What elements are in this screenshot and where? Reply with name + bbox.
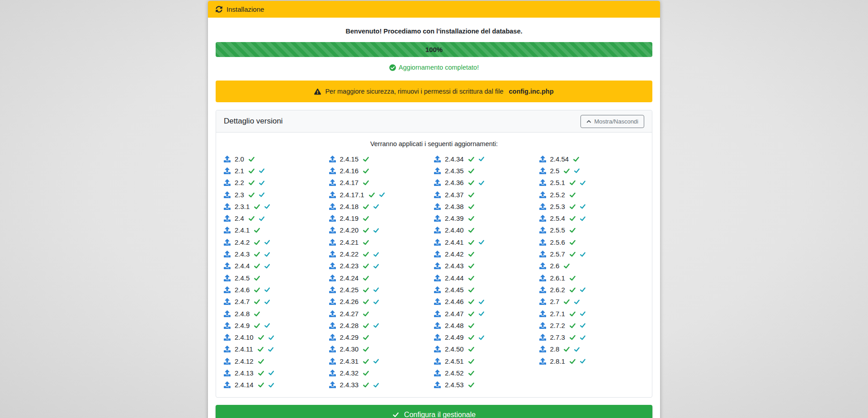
upload-icon	[224, 346, 231, 352]
upload-icon	[329, 239, 336, 246]
status-message: Aggiornamento completato!	[399, 64, 479, 71]
version-item: 2.4.46	[434, 296, 539, 308]
version-label: 2.4.11	[235, 345, 253, 353]
version-item: 2.4.11	[224, 343, 329, 355]
upload-icon	[539, 322, 546, 329]
check-icon	[268, 370, 274, 376]
upload-icon	[539, 239, 546, 246]
check-icon	[363, 298, 369, 305]
version-label: 2.4.36	[445, 179, 464, 186]
check-icon	[373, 263, 379, 269]
version-label: 2.4.9	[235, 322, 250, 329]
check-icon	[569, 239, 576, 246]
version-item: 2.4.2	[224, 236, 329, 248]
upload-icon	[329, 346, 336, 352]
upload-icon	[224, 286, 231, 293]
check-circle-icon	[389, 64, 396, 71]
warning-triangle-icon	[314, 88, 321, 95]
version-item: 2.7.1	[539, 308, 645, 319]
version-label: 2.4.31	[340, 357, 359, 365]
upload-icon	[224, 370, 231, 376]
version-item: 2.4.14	[224, 379, 329, 391]
upload-icon	[434, 251, 441, 257]
version-item: 2.7	[539, 296, 645, 308]
check-icon	[468, 251, 475, 257]
check-icon	[254, 227, 260, 233]
version-item: 2.4.45	[434, 284, 539, 295]
version-item: 2.5.4	[539, 212, 645, 224]
check-icon	[363, 156, 369, 162]
check-icon	[373, 251, 379, 257]
version-label: 2.4.22	[340, 250, 359, 258]
check-icon	[363, 215, 369, 222]
warning-text: Per maggiore sicurezza, rimuovi i permes…	[325, 88, 503, 95]
version-item: 2.4.21	[329, 236, 434, 248]
check-icon	[574, 346, 580, 352]
check-icon	[569, 215, 576, 222]
check-icon	[363, 167, 369, 174]
upload-icon	[539, 215, 546, 222]
security-warning-alert: Per maggiore sicurezza, rimuovi i permes…	[216, 81, 652, 102]
upload-icon	[434, 334, 441, 341]
versions-intro: Verranno applicati i seguenti aggiorname…	[224, 140, 644, 147]
check-icon	[254, 298, 260, 305]
version-label: 2.4.23	[340, 262, 359, 270]
upload-icon	[434, 286, 441, 293]
upload-icon	[329, 167, 336, 174]
welcome-message: Benvenuto! Procediamo con l'installazion…	[216, 28, 652, 35]
check-icon	[563, 298, 570, 305]
check-icon	[573, 156, 580, 162]
version-item: 2.4.30	[329, 343, 434, 355]
version-label: 2.4.37	[445, 191, 464, 199]
version-item: 2.4.13	[224, 367, 329, 379]
version-label: 2.5.3	[550, 203, 565, 210]
version-label: 2.4.44	[445, 274, 464, 282]
upload-icon	[329, 322, 336, 329]
version-label: 2.4.7	[235, 298, 250, 305]
version-item: 2.5	[539, 165, 645, 176]
version-item: 2.4.19	[329, 212, 434, 224]
version-item: 2.4.50	[434, 343, 539, 355]
version-label: 2.4.10	[235, 333, 254, 341]
version-label: 2.4.51	[445, 357, 464, 365]
check-icon	[569, 179, 576, 186]
version-label: 2.4.24	[340, 274, 359, 282]
version-label: 2.4.41	[445, 238, 464, 246]
upload-icon	[434, 191, 441, 198]
version-item: 2.4.40	[434, 224, 539, 236]
version-item: 2.4.15	[329, 153, 434, 165]
check-icon	[363, 179, 369, 186]
check-icon	[580, 286, 586, 293]
check-icon	[468, 322, 475, 329]
version-item: 2.4.1	[224, 224, 329, 236]
version-item: 2.4.24	[329, 272, 434, 284]
show-hide-button[interactable]: Mostra/Nascondi	[580, 115, 644, 128]
version-item: 2.4.8	[224, 308, 329, 319]
versions-grid: 2.02.12.22.32.3.12.42.4.12.4.22.4.32.4.4…	[224, 153, 644, 391]
check-icon	[268, 346, 274, 352]
version-label: 2.4.1	[235, 226, 250, 234]
version-label: 2.4.39	[445, 214, 464, 222]
check-icon	[373, 358, 379, 364]
upload-icon	[539, 275, 546, 281]
check-icon	[563, 167, 570, 174]
check-icon	[248, 191, 255, 198]
check-icon	[468, 310, 475, 317]
configure-button[interactable]: Configura il gestionale	[216, 405, 652, 418]
check-icon	[258, 358, 264, 365]
check-icon	[468, 334, 475, 341]
check-icon	[373, 286, 379, 293]
check-icon	[468, 370, 475, 376]
upload-icon	[329, 370, 336, 376]
version-item: 2.4.36	[434, 177, 539, 189]
upload-icon	[329, 286, 336, 293]
check-icon	[569, 203, 576, 210]
version-item: 2.4.23	[329, 260, 434, 272]
version-item: 2.4.29	[329, 331, 434, 343]
version-label: 2.4.14	[235, 381, 254, 389]
installer-card: Installazione Benvenuto! Procediamo con …	[208, 1, 660, 418]
check-icon	[563, 346, 570, 352]
version-label: 2.4.20	[340, 226, 359, 234]
check-icon	[258, 334, 264, 341]
upload-icon	[329, 179, 336, 186]
